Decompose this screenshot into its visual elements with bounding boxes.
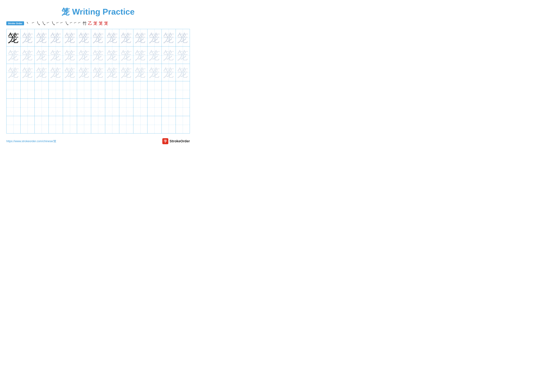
grid-cell-4-1 (7, 81, 21, 99)
grid-cell-3-9: 笼 (119, 64, 133, 81)
grid-cell-4-2 (21, 81, 35, 99)
grid-cell-4-8 (105, 81, 119, 99)
grid-row-6 (7, 116, 190, 134)
grid-row-3: 笼 笼 笼 笼 笼 笼 笼 笼 笼 笼 笼 笼 笼 (7, 64, 190, 81)
stroke-step-10: 笼 (99, 21, 103, 26)
grid-cell-4-3 (35, 81, 49, 99)
grid-cell-3-2: 笼 (21, 64, 35, 81)
grid-cell-2-3: 笼 (35, 46, 49, 64)
grid-cell-5-9 (119, 99, 133, 116)
grid-cell-1-10: 笼 (133, 29, 147, 46)
grid-cell-3-13: 笼 (175, 64, 190, 81)
grid-cell-5-13 (175, 99, 190, 116)
grid-cell-5-12 (161, 99, 175, 116)
grid-cell-6-10 (133, 116, 147, 134)
grid-cell-6-3 (35, 116, 49, 134)
grid-cell-3-8: 笼 (105, 64, 119, 81)
grid-cell-3-3: 笼 (35, 64, 49, 81)
grid-cell-5-3 (35, 99, 49, 116)
footer-url: https://www.strokeorder.com/chinese/笼 (6, 139, 56, 143)
grid-cell-3-10: 笼 (133, 64, 147, 81)
stroke-step-9: 笼 (93, 21, 97, 26)
grid-cell-6-1 (7, 116, 21, 134)
grid-cell-4-10 (133, 81, 147, 99)
grid-cell-4-4 (49, 81, 63, 99)
grid-cell-2-13: 笼 (175, 46, 190, 64)
grid-cell-1-3: 笼 (35, 29, 49, 46)
stroke-order-badge: Stroke Order (6, 21, 24, 25)
grid-cell-3-6: 笼 (77, 64, 91, 81)
grid-cell-1-12: 笼 (161, 29, 175, 46)
brand-name: StrokeOrder (170, 139, 190, 143)
grid-row-1: 笼 笼 笼 笼 笼 笼 笼 笼 笼 笼 笼 笼 笼 (7, 29, 190, 46)
grid-cell-2-12: 笼 (161, 46, 175, 64)
grid-cell-2-11: 笼 (147, 46, 161, 64)
grid-cell-4-11 (147, 81, 161, 99)
char-dark: 笼 (8, 31, 19, 44)
grid-cell-4-5 (63, 81, 77, 99)
grid-cell-2-8: 笼 (105, 46, 119, 64)
grid-cell-1-9: 笼 (119, 29, 133, 46)
grid-cell-6-2 (21, 116, 35, 134)
grid-cell-2-10: 笼 (133, 46, 147, 64)
grid-cell-6-12 (161, 116, 175, 134)
grid-cell-6-11 (147, 116, 161, 134)
grid-cell-1-13: 笼 (175, 29, 190, 46)
grid-cell-5-2 (21, 99, 35, 116)
grid-cell-2-1: 笼 (7, 46, 21, 64)
grid-cell-1-6: 笼 (77, 29, 91, 46)
stroke-order-row: Stroke Order 丶 ㇀ ㇂ ㇂㇀ ㇂㇀㇀ ㇂㇀㇀㇀ 竹 乙 笼 笼 笼 (6, 21, 190, 26)
page-title: 笼 Writing Practice (6, 6, 190, 17)
grid-cell-2-7: 笼 (91, 46, 105, 64)
grid-cell-6-7 (91, 116, 105, 134)
writing-grid: 笼 笼 笼 笼 笼 笼 笼 笼 笼 笼 笼 笼 笼 笼 笼 笼 笼 笼 笼 笼 … (6, 29, 190, 134)
grid-cell-3-5: 笼 (63, 64, 77, 81)
grid-cell-6-4 (49, 116, 63, 134)
grid-cell-3-7: 笼 (91, 64, 105, 81)
grid-cell-4-12 (161, 81, 175, 99)
grid-cell-1-2: 笼 (21, 29, 35, 46)
brand-icon: 字 (162, 138, 168, 144)
stroke-step-1: 丶 (26, 21, 30, 26)
grid-cell-5-6 (77, 99, 91, 116)
grid-cell-6-8 (105, 116, 119, 134)
grid-cell-3-12: 笼 (161, 64, 175, 81)
grid-cell-2-6: 笼 (77, 46, 91, 64)
grid-row-4 (7, 81, 190, 99)
stroke-step-6: ㇂㇀㇀㇀ (65, 21, 81, 26)
grid-cell-1-8: 笼 (105, 29, 119, 46)
stroke-step-7: 竹 (83, 21, 87, 26)
stroke-step-2: ㇀ (31, 21, 35, 26)
grid-cell-5-1 (7, 99, 21, 116)
grid-cell-1-5: 笼 (63, 29, 77, 46)
stroke-step-11: 笼 (104, 21, 108, 26)
grid-cell-5-5 (63, 99, 77, 116)
grid-cell-5-4 (49, 99, 63, 116)
stroke-step-3: ㇂ (37, 21, 41, 26)
grid-cell-5-7 (91, 99, 105, 116)
grid-cell-4-13 (175, 81, 190, 99)
stroke-steps: 丶 ㇀ ㇂ ㇂㇀ ㇂㇀㇀ ㇂㇀㇀㇀ 竹 乙 笼 笼 笼 (26, 21, 108, 26)
stroke-step-8: 乙 (88, 21, 92, 26)
stroke-step-5: ㇂㇀㇀ (51, 21, 64, 26)
grid-cell-3-1: 笼 (7, 64, 21, 81)
grid-cell-2-9: 笼 (119, 46, 133, 64)
grid-cell-5-11 (147, 99, 161, 116)
grid-cell-6-6 (77, 116, 91, 134)
grid-cell-1-1: 笼 (7, 29, 21, 46)
grid-cell-3-4: 笼 (49, 64, 63, 81)
grid-cell-4-9 (119, 81, 133, 99)
grid-cell-6-13 (175, 116, 190, 134)
grid-row-2: 笼 笼 笼 笼 笼 笼 笼 笼 笼 笼 笼 笼 笼 (7, 46, 190, 64)
grid-cell-5-10 (133, 99, 147, 116)
grid-row-5 (7, 99, 190, 116)
grid-cell-3-11: 笼 (147, 64, 161, 81)
grid-cell-2-5: 笼 (63, 46, 77, 64)
grid-cell-1-11: 笼 (147, 29, 161, 46)
grid-cell-2-4: 笼 (49, 46, 63, 64)
grid-cell-4-7 (91, 81, 105, 99)
grid-cell-2-2: 笼 (21, 46, 35, 64)
grid-cell-1-4: 笼 (49, 29, 63, 46)
footer: https://www.strokeorder.com/chinese/笼 字 … (6, 138, 190, 144)
grid-cell-6-9 (119, 116, 133, 134)
